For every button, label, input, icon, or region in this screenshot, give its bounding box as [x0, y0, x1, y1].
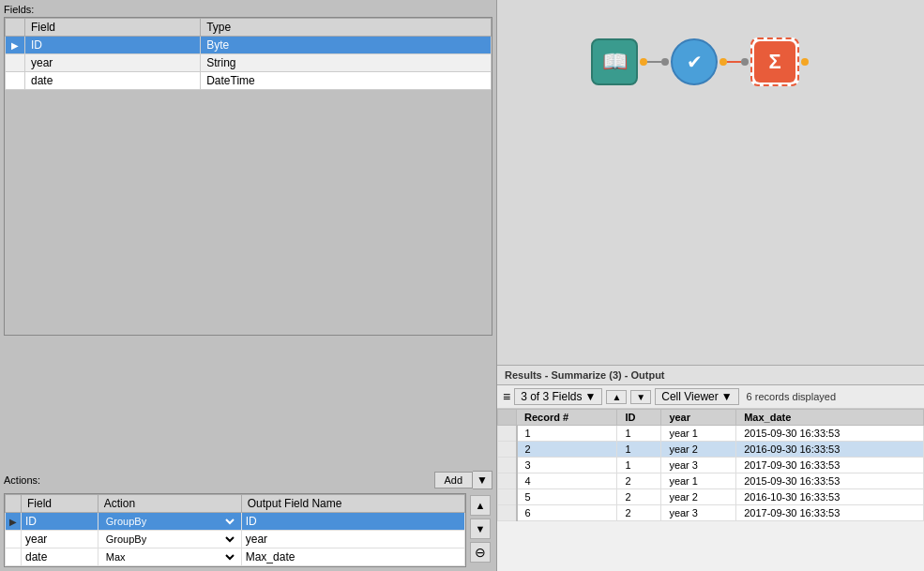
results-row[interactable]: 2 1 year 2 2016-09-30 16:33:53 [498, 442, 924, 458]
fields-count-label: 3 of 3 Fields [521, 390, 582, 403]
actions-row-action[interactable]: GroupBySumCountMinMaxAvgConcat [98, 513, 241, 531]
move-down-button[interactable]: ▼ [470, 518, 491, 539]
canvas-area: 📖 ✔ [497, 0, 924, 365]
move-up-button[interactable]: ▲ [470, 495, 491, 516]
results-row-record: 3 [517, 458, 617, 473]
cell-viewer-button[interactable]: Cell Viewer ▼ [655, 388, 738, 405]
fields-table: Field Type ▶ ID Byte year String date Da… [5, 18, 492, 90]
results-title: Results - Summarize (3) - Output [505, 369, 665, 381]
results-row[interactable]: 1 1 year 1 2015-09-30 16:33:53 [498, 426, 924, 442]
filter-node-icon: ✔ [687, 51, 703, 73]
results-header: Results - Summarize (3) - Output [497, 366, 924, 385]
results-row-maxdate: 2015-09-30 16:33:53 [736, 426, 924, 442]
actions-row-field: date [22, 548, 98, 566]
filter-node[interactable]: ✔ [671, 38, 718, 85]
input-node[interactable]: 📖 [591, 38, 638, 85]
action-select[interactable]: GroupBySumCountMinMaxAvgConcat [102, 550, 237, 563]
add-button[interactable]: Add [434, 472, 474, 488]
results-row-year: year 2 [661, 489, 736, 505]
actions-col-arrow [6, 495, 22, 513]
summarize-node[interactable]: Σ [750, 38, 799, 86]
results-row-year: year 1 [661, 473, 736, 489]
actions-with-btns: Field Action Output Field Name ▶ ID Grou… [4, 493, 492, 567]
results-row-id: 1 [617, 426, 661, 442]
results-toolbar: ≡ 3 of 3 Fields ▼ ▲ ▼ Cell Viewer ▼ 6 re… [497, 385, 924, 409]
results-row-record: 6 [517, 505, 617, 521]
results-row-year: year 2 [661, 442, 736, 458]
fields-row[interactable]: date DateTime [6, 72, 492, 90]
results-row-indicator [498, 426, 517, 442]
filter-input-dot [661, 58, 669, 66]
actions-row-action[interactable]: GroupBySumCountMinMaxAvgConcat [98, 548, 241, 566]
results-row-year: year 3 [661, 458, 736, 473]
results-row[interactable]: 4 2 year 1 2015-09-30 16:33:53 [498, 473, 924, 489]
results-row-id: 1 [617, 458, 661, 473]
results-row[interactable]: 6 2 year 3 2017-09-30 16:33:53 [498, 505, 924, 521]
results-row-indicator [498, 489, 517, 505]
actions-row-arrow [6, 531, 22, 548]
results-row-record: 5 [517, 489, 617, 505]
results-row-id: 2 [617, 505, 661, 521]
results-row[interactable]: 3 1 year 3 2017-09-30 16:33:53 [498, 458, 924, 473]
actions-row[interactable]: year GroupBySumCountMinMaxAvgConcat year [6, 531, 465, 548]
actions-label: Actions: [4, 474, 40, 486]
fields-row-field: year [25, 54, 201, 72]
actions-row-action[interactable]: GroupBySumCountMinMaxAvgConcat [98, 531, 241, 548]
fields-sort-down-button[interactable]: ▼ [630, 390, 651, 404]
connector-1 [647, 61, 661, 63]
actions-row-arrow [6, 548, 22, 566]
results-row-indicator [498, 473, 517, 489]
results-col-year: year [661, 410, 736, 426]
fields-col-arrow [6, 19, 25, 37]
results-col-count [498, 410, 517, 426]
filter-output-dot [720, 58, 727, 66]
results-row-year: year 3 [661, 505, 736, 521]
summarize-node-icon: Σ [768, 50, 780, 74]
actions-section: Actions: Add ▼ Field Action Output [0, 467, 496, 571]
results-row[interactable]: 5 2 year 2 2016-10-30 16:33:53 [498, 489, 924, 505]
fields-sort-up-button[interactable]: ▲ [606, 390, 627, 404]
results-row-maxdate: 2017-09-30 16:33:53 [736, 505, 924, 521]
actions-side-buttons: ▲ ▼ ⊖ [468, 493, 492, 567]
actions-row[interactable]: date GroupBySumCountMinMaxAvgConcat Max_… [6, 548, 465, 566]
actions-row[interactable]: ▶ ID GroupBySumCountMinMaxAvgConcat ID [6, 513, 465, 531]
input-output-dot [640, 58, 647, 66]
results-col-maxdate: Max_date [736, 410, 924, 426]
actions-row-field: ID [22, 513, 98, 531]
actions-header: Actions: Add ▼ [4, 471, 492, 489]
actions-col-output: Output Field Name [241, 495, 464, 513]
results-row-indicator [498, 442, 517, 458]
records-info: 6 records displayed [747, 391, 836, 402]
action-select[interactable]: GroupBySumCountMinMaxAvgConcat [102, 515, 237, 528]
results-row-record: 4 [517, 473, 617, 489]
fields-row-type: String [201, 54, 492, 72]
fields-table-container: Field Type ▶ ID Byte year String date Da… [4, 17, 492, 336]
results-col-record: Record # [517, 410, 617, 426]
results-row-year: year 1 [661, 426, 736, 442]
add-btn-container: Add ▼ [434, 471, 492, 489]
fields-row-arrow: ▶ [6, 37, 25, 54]
results-row-maxdate: 2016-09-30 16:33:53 [736, 442, 924, 458]
fields-row-field: ID [25, 37, 201, 54]
action-select[interactable]: GroupBySumCountMinMaxAvgConcat [102, 533, 237, 546]
fields-count-button[interactable]: 3 of 3 Fields ▼ [514, 388, 602, 405]
actions-row-output: Max_date [241, 548, 464, 566]
fields-count-dropdown-icon: ▼ [585, 390, 597, 403]
results-row-maxdate: 2017-09-30 16:33:53 [736, 458, 924, 473]
fields-row-type: DateTime [201, 72, 492, 90]
fields-row-arrow [6, 54, 25, 72]
fields-row[interactable]: year String [6, 54, 492, 72]
fields-row-field: date [25, 72, 201, 90]
summarize-input-dot [741, 58, 749, 66]
results-col-id: ID [617, 410, 661, 426]
results-table-container[interactable]: Record # ID year Max_date 1 1 year 1 201… [497, 409, 924, 521]
results-row-maxdate: 2015-09-30 16:33:53 [736, 473, 924, 489]
add-dropdown-button[interactable]: ▼ [473, 471, 492, 489]
fields-row[interactable]: ▶ ID Byte [6, 37, 492, 54]
results-row-indicator [498, 505, 517, 521]
results-row-indicator [498, 458, 517, 473]
results-table: Record # ID year Max_date 1 1 year 1 201… [497, 409, 924, 521]
workflow: 📖 ✔ [591, 38, 809, 86]
remove-button[interactable]: ⊖ [470, 542, 491, 563]
results-row-id: 1 [617, 442, 661, 458]
